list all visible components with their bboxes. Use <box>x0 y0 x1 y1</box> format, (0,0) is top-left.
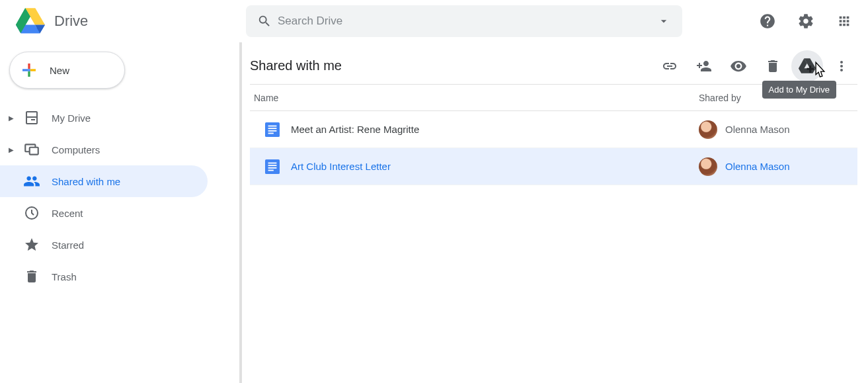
svg-rect-15 <box>268 169 274 171</box>
shared-by-name: Olenna Mason <box>725 161 790 172</box>
sidebar-item-my-drive[interactable]: ▶ My Drive <box>0 102 208 134</box>
body-area: New ▶ My Drive ▶ Computers Shared with m… <box>0 42 868 383</box>
sidebar: New ▶ My Drive ▶ Computers Shared with m… <box>0 42 238 383</box>
sidebar-item-recent[interactable]: Recent <box>0 197 208 229</box>
file-name: Art Club Interest Letter <box>291 161 699 172</box>
shared-by-cell: Olenna Mason <box>699 157 857 176</box>
clock-icon <box>17 205 46 221</box>
docs-icon <box>263 120 282 139</box>
sidebar-item-shared-with-me[interactable]: Shared with me <box>0 165 208 197</box>
svg-rect-8 <box>268 128 277 129</box>
sidebar-item-label: Starred <box>52 239 84 251</box>
sidebar-item-computers[interactable]: ▶ Computers <box>0 134 208 165</box>
settings-icon[interactable] <box>793 8 819 34</box>
file-row[interactable]: Meet an Artist: Rene Magritte Olenna Mas… <box>250 111 857 148</box>
page-title: Shared with me <box>250 58 654 73</box>
apps-icon[interactable] <box>831 8 857 34</box>
delete-button[interactable] <box>757 50 789 82</box>
svg-rect-11 <box>265 159 280 174</box>
computers-icon <box>17 141 46 158</box>
new-button[interactable]: New <box>9 52 125 89</box>
toolbar: Shared with me <box>250 48 857 85</box>
chevron-right-icon: ▶ <box>5 146 17 153</box>
chevron-right-icon: ▶ <box>5 114 17 122</box>
share-button[interactable] <box>688 50 720 82</box>
search-input[interactable] <box>278 15 651 28</box>
svg-rect-13 <box>268 165 277 166</box>
file-row[interactable]: Art Club Interest Letter Olenna Mason <box>250 148 857 185</box>
my-drive-icon <box>17 110 46 126</box>
sidebar-item-starred[interactable]: Starred <box>0 229 208 261</box>
help-icon[interactable] <box>754 8 781 34</box>
logo-area: Drive <box>8 8 246 34</box>
avatar <box>699 120 717 139</box>
more-actions-button[interactable] <box>826 50 857 82</box>
action-icons: Add to My Drive <box>654 50 857 82</box>
file-name: Meet an Artist: Rene Magritte <box>291 124 699 135</box>
preview-button[interactable] <box>723 50 754 82</box>
app-header: Drive <box>0 0 868 42</box>
avatar <box>699 157 717 176</box>
header-actions <box>754 8 857 34</box>
sidebar-item-label: Trash <box>52 271 77 282</box>
svg-rect-10 <box>268 132 274 134</box>
column-name[interactable]: Name <box>250 93 699 103</box>
main-content: Shared with me <box>239 42 868 383</box>
plus-icon <box>19 60 39 80</box>
sidebar-item-label: Recent <box>52 208 83 219</box>
search-icon[interactable] <box>251 8 278 34</box>
svg-rect-12 <box>268 162 277 163</box>
add-to-my-drive-button[interactable]: Add to My Drive <box>791 50 823 82</box>
svg-rect-2 <box>30 148 38 155</box>
shared-by-name: Olenna Mason <box>725 124 790 135</box>
app-title: Drive <box>54 13 88 30</box>
sidebar-item-label: Shared with me <box>52 176 120 187</box>
sidebar-item-trash[interactable]: Trash <box>0 261 208 292</box>
svg-rect-0 <box>28 69 30 71</box>
drive-logo-icon <box>16 8 45 34</box>
sidebar-item-label: My Drive <box>52 112 91 124</box>
shared-by-cell: Olenna Mason <box>699 120 857 139</box>
search-bar[interactable] <box>246 5 682 37</box>
sidebar-item-label: Computers <box>52 144 100 155</box>
people-icon <box>17 173 46 190</box>
svg-rect-7 <box>268 125 277 126</box>
svg-rect-6 <box>265 122 280 137</box>
svg-rect-5 <box>807 67 814 69</box>
svg-rect-14 <box>268 167 277 168</box>
dropdown-icon[interactable] <box>651 8 677 34</box>
svg-rect-9 <box>268 130 277 131</box>
trash-icon <box>17 269 46 284</box>
new-button-label: New <box>50 65 69 76</box>
tooltip: Add to My Drive <box>762 81 836 99</box>
get-link-button[interactable] <box>654 50 686 82</box>
star-icon <box>17 237 46 253</box>
docs-icon <box>263 157 282 176</box>
